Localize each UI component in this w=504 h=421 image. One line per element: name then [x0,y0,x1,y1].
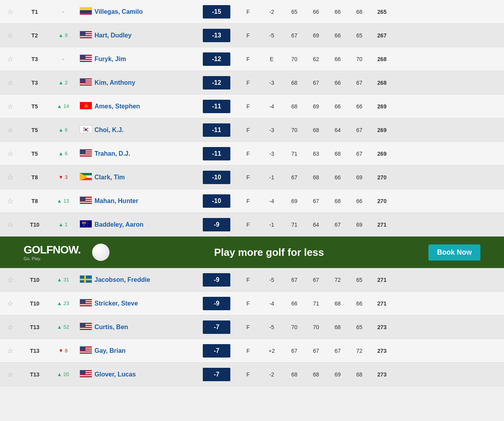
move-indicator: ▲ 9 [58,32,68,38]
thru: F [236,56,260,62]
today-score: -4 [260,103,284,110]
score-to-par: -9 [197,297,236,310]
score-to-par: -12 [197,52,236,66]
favorite-star[interactable]: ☆ [0,276,20,284]
round1-score: 67 [284,174,305,181]
round3-score: 68 [327,198,348,204]
player-name[interactable]: Stricker, Steve [94,300,197,307]
today-score: -1 [260,174,284,181]
favorite-star[interactable]: ☆ [0,102,20,111]
round1-score: 71 [284,151,305,157]
movement: ▼ 3 [49,174,77,180]
player-name[interactable]: Curtis, Ben [94,324,197,331]
country-flag [77,346,94,355]
today-score: -1 [260,222,284,228]
total-score: 267 [370,32,394,39]
favorite-star[interactable]: ☆ [0,55,20,63]
position: T3 [20,80,49,86]
player-name[interactable]: Furyk, Jim [94,56,197,63]
favorite-star[interactable]: ☆ [0,370,20,379]
favorite-star[interactable]: ☆ [0,220,20,229]
round3-score: 68 [327,151,348,157]
round1-score: 70 [284,324,305,330]
player-name[interactable]: Baddeley, Aaron [94,221,197,228]
position: T8 [20,198,49,204]
round1-score: 69 [284,198,305,204]
favorite-star[interactable]: ☆ [0,299,20,308]
round4-score: 70 [348,56,370,62]
today-score: -2 [260,9,284,15]
favorite-star[interactable]: ☆ [0,323,20,332]
country-flag [77,7,94,16]
round4-score: 72 [348,348,370,354]
player-name[interactable]: Gay, Brian [94,347,197,354]
favorite-star[interactable]: ☆ [0,78,20,87]
round3-score: 68 [327,300,348,307]
player-name[interactable]: Kim, Anthony [94,79,197,86]
today-score: -3 [260,80,284,86]
country-flag [77,322,94,332]
favorite-star[interactable]: ☆ [0,126,20,134]
player-name[interactable]: Choi, K.J. [94,127,197,134]
round2-score: 69 [305,32,327,39]
favorite-star[interactable]: ☆ [0,7,20,16]
favorite-star[interactable]: ☆ [0,31,20,40]
round4-score: 68 [348,9,370,15]
round3-score: 67 [327,348,348,354]
player-name[interactable]: Villegas, Camilo [94,8,197,15]
table-row: ☆ T10 ▲ 1 Baddeley, Aaron -9 F -1 71 64 … [0,213,504,237]
move-indicator: ▲ 52 [57,324,69,330]
total-score: 265 [370,9,394,15]
player-name[interactable]: Glover, Lucas [94,371,197,378]
round4-score: 66 [348,103,370,110]
total-score: 269 [370,127,394,133]
player-name[interactable]: Mahan, Hunter [94,197,197,205]
round3-score: 66 [327,9,348,15]
round1-score: 67 [284,32,305,39]
round2-score: 71 [305,300,327,307]
favorite-star[interactable]: ☆ [0,197,20,205]
total-score: 268 [370,56,394,62]
thru: F [236,222,260,228]
favorite-star[interactable]: ☆ [0,149,20,158]
round4-score: 67 [348,151,370,157]
move-indicator: ▲ 31 [57,277,69,283]
player-name[interactable]: Ames, Stephen [94,103,197,110]
ad-logo: GOLFNOW. Go. Play. [24,244,80,261]
country-flag [77,196,94,205]
round4-score: 67 [348,127,370,133]
round1-score: 70 [284,56,305,62]
movement: ▲ 31 [49,277,77,283]
movement: ▲ 1 [49,222,77,227]
round2-score: 68 [305,174,327,181]
table-row: ☆ T13 ▲ 20 Glover, Lucas -7 F -2 68 68 6… [0,363,504,386]
score-to-par: -13 [197,29,236,42]
player-name[interactable]: Jacobson, Freddie [94,276,197,283]
movement: ▲ 20 [49,371,77,377]
player-name[interactable]: Trahan, D.J. [94,150,197,157]
round4-score: 69 [348,222,370,228]
position: T10 [20,277,49,283]
ad-book-button[interactable]: Book Now [428,244,480,261]
thru: F [236,198,260,204]
move-indicator: ▲ 6 [58,127,68,133]
round1-score: 65 [284,9,305,15]
thru: F [236,103,260,110]
round1-score: 68 [284,80,305,86]
today-score: -5 [260,324,284,330]
favorite-star[interactable]: ☆ [0,173,20,182]
country-flag: 🇰🇷 [77,125,94,134]
favorite-star[interactable]: ☆ [0,346,20,355]
player-name[interactable]: Clark, Tim [94,174,197,181]
round2-score: 63 [305,151,327,157]
total-score: 269 [370,151,394,157]
total-score: 273 [370,324,394,330]
total-score: 268 [370,80,394,86]
today-score: -4 [260,198,284,204]
player-name[interactable]: Hart, Dudley [94,32,197,39]
thru: F [236,371,260,378]
move-indicator: ▲ 2 [58,80,68,86]
thru: F [236,174,260,181]
move-indicator: ▲ 20 [57,371,69,377]
move-indicator: ▲ 23 [57,300,69,306]
